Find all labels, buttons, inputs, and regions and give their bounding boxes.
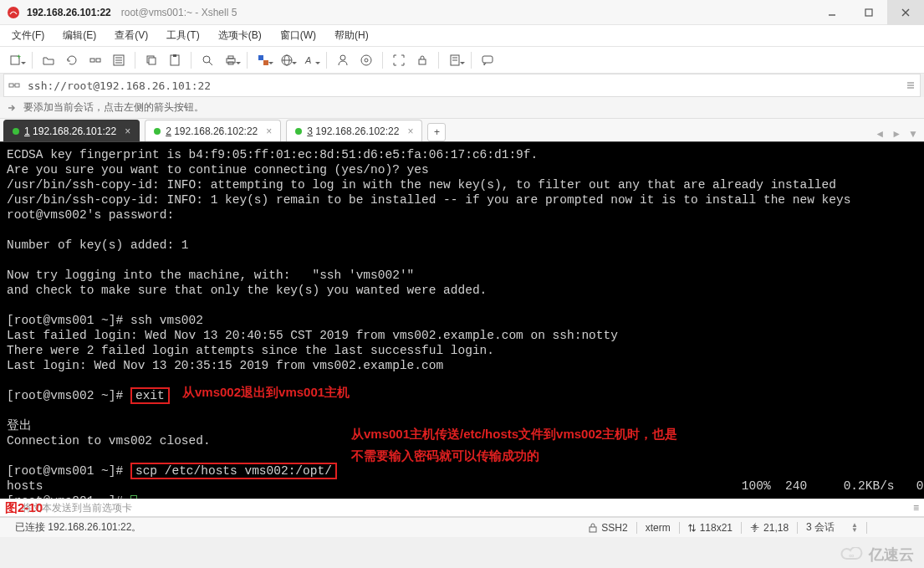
reconnect-button[interactable] (61, 49, 83, 71)
menu-view[interactable]: 查看(V) (111, 27, 151, 44)
svg-rect-38 (15, 84, 19, 87)
menu-file[interactable]: 文件(F) (8, 27, 48, 44)
svg-point-31 (365, 59, 368, 62)
tab-menu-icon[interactable]: ▼ (906, 126, 921, 141)
status-dot-icon (13, 128, 19, 135)
title-bar: 192.168.26.101:22 root@vms001:~ - Xshell… (0, 0, 924, 25)
open-button[interactable] (38, 49, 59, 71)
svg-rect-43 (590, 527, 596, 532)
svg-point-18 (203, 56, 210, 63)
tab-close-icon[interactable]: × (125, 125, 130, 137)
script-button[interactable] (444, 49, 466, 71)
status-dot-icon (154, 128, 161, 135)
session-tab-2[interactable]: 2 192.168.26.102:22 × (145, 120, 281, 141)
status-term: xterm (637, 522, 679, 534)
menu-window[interactable]: 窗口(W) (277, 27, 319, 44)
encoding-button[interactable] (276, 49, 298, 71)
toolbar-sep (438, 52, 439, 69)
status-dot-icon (295, 128, 302, 135)
help-button[interactable] (477, 49, 498, 71)
svg-rect-21 (228, 56, 233, 59)
status-size: ⇄118x21 (680, 522, 741, 534)
lock-button[interactable] (411, 49, 433, 71)
paste-button[interactable] (164, 49, 186, 71)
tunneling-button[interactable] (355, 49, 377, 71)
status-updown-icon[interactable]: ▲▼ (843, 523, 866, 533)
annotation-2b: 不需要输入密码就可以传输成功的 (351, 448, 539, 463)
minimize-button[interactable] (814, 0, 850, 25)
terminal[interactable]: ECDSA key fingerprint is b4:f9:05:ff:01:… (0, 142, 924, 499)
toolbar-sep (32, 52, 33, 69)
menu-tab[interactable]: 选项卡(B) (215, 27, 265, 44)
title-host: 192.168.26.101:22 (27, 7, 111, 18)
lock-icon (588, 523, 598, 533)
annotation-1: 从vms002退出到vms001主机 (182, 385, 350, 400)
menu-edit[interactable]: 编辑(E) (59, 27, 100, 44)
toolbar-sep (382, 52, 383, 69)
fullscreen-button[interactable] (388, 49, 410, 71)
toolbar-sep (471, 52, 472, 69)
new-session-button[interactable]: + (5, 49, 27, 71)
send-menu-icon[interactable]: ≡ (913, 502, 919, 514)
status-sessions: 3 会话 (798, 520, 843, 535)
toolbar-sep (247, 52, 248, 69)
status-position: ⸎21,18 (742, 522, 797, 534)
svg-rect-2 (865, 9, 872, 16)
properties-button[interactable] (108, 49, 130, 71)
term-text: [root@vms002 ~]# (7, 389, 130, 402)
color-scheme-button[interactable] (253, 49, 274, 71)
svg-rect-17 (173, 54, 176, 57)
address-icon (4, 79, 24, 91)
tab-next-icon[interactable]: ► (889, 126, 904, 141)
arrow-icon[interactable] (5, 101, 18, 115)
svg-rect-32 (419, 59, 426, 64)
tab-strip: 1 192.168.26.101:22 × 2 192.168.26.102:2… (0, 119, 924, 142)
print-button[interactable] (220, 49, 242, 71)
highlight-exit: exit (130, 387, 170, 404)
tab-close-icon[interactable]: × (407, 125, 413, 137)
disconnect-button[interactable] (84, 49, 106, 71)
address-text[interactable]: ssh://root@192.168.26.101:22 (24, 79, 901, 92)
hint-bar: 要添加当前会话，点击左侧的箭头按钮。 (0, 97, 924, 119)
add-tab-button[interactable]: + (427, 123, 446, 141)
status-protocol: SSH2 (579, 522, 636, 534)
maximize-button[interactable] (850, 0, 887, 25)
svg-text:+: + (17, 54, 21, 61)
term-text: [root@vms001 ~]# (7, 464, 130, 478)
send-bar[interactable]: 图2-10 将文本发送到当前选项卡 ≡ (0, 499, 924, 517)
address-bar[interactable]: ssh://root@192.168.26.101:22 (3, 74, 921, 97)
highlight-scp: scp /etc/hosts vms002:/opt/ (130, 463, 337, 479)
watermark: ∞ 亿速云 (840, 545, 914, 565)
tab-prev-icon[interactable]: ◄ (872, 126, 887, 141)
tab-nav: ◄ ► ▼ (872, 126, 921, 141)
tab-close-icon[interactable]: × (266, 125, 272, 137)
menu-tools[interactable]: 工具(T) (163, 27, 202, 44)
close-button[interactable] (887, 0, 924, 25)
font-button[interactable]: A (299, 49, 321, 71)
tab-label: 3 192.168.26.102:22 (307, 125, 399, 137)
tab-label: 2 192.168.26.102:22 (166, 125, 258, 137)
toolbar-sep (191, 52, 191, 69)
hint-text: 要添加当前会话，点击左侧的箭头按钮。 (23, 100, 204, 115)
term-text: hosts 100% 240 0.2KB/s 00:00 (7, 479, 924, 493)
xagent-button[interactable] (332, 49, 354, 71)
copy-button[interactable] (140, 49, 162, 71)
menu-help[interactable]: 帮助(H) (331, 27, 372, 44)
svg-text:A: A (304, 55, 311, 65)
session-tab-3[interactable]: 3 192.168.26.102:22 × (286, 120, 422, 141)
svg-rect-15 (149, 58, 156, 64)
app-icon (7, 6, 20, 19)
svg-rect-37 (9, 84, 13, 87)
svg-line-19 (209, 62, 212, 65)
svg-rect-24 (263, 60, 268, 65)
find-button[interactable] (197, 49, 218, 71)
address-dropdown[interactable] (901, 80, 920, 90)
svg-point-0 (8, 7, 19, 18)
figure-label: 图2-10 (5, 500, 43, 516)
svg-rect-8 (90, 59, 94, 62)
tab-label: 1 192.168.26.101:22 (24, 125, 116, 137)
toolbar-sep (135, 52, 135, 69)
title-sub: root@vms001:~ - Xshell 5 (121, 7, 237, 18)
session-tab-1[interactable]: 1 192.168.26.101:22 × (3, 120, 140, 141)
svg-text:∞: ∞ (849, 551, 855, 560)
